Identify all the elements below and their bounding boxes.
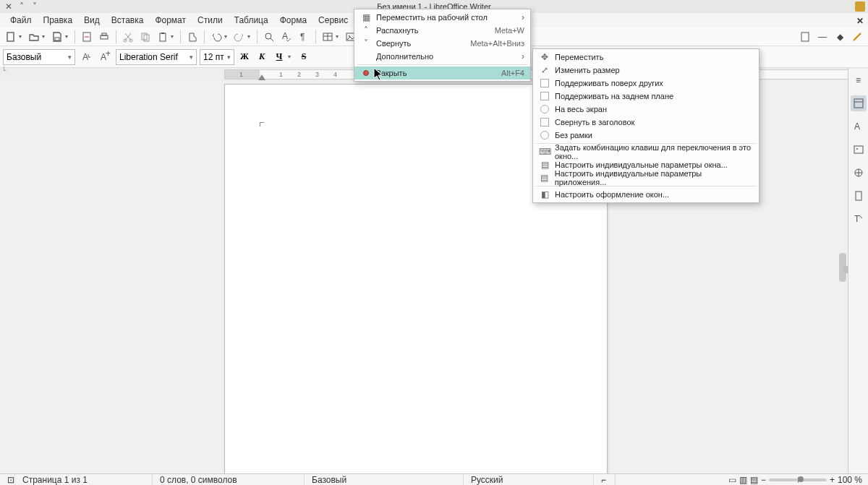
zoom-view-book-icon[interactable]: ▤ xyxy=(750,475,758,485)
svg-rect-3 xyxy=(101,35,108,39)
sidebar-gallery-icon[interactable] xyxy=(851,142,867,158)
zoom-in-button[interactable]: + xyxy=(830,475,835,485)
draw-icon[interactable] xyxy=(849,29,865,45)
cut-icon[interactable] xyxy=(120,29,136,45)
submenu-resize[interactable]: ⤢ Изменить размер xyxy=(533,64,759,77)
svg-text:A: A xyxy=(282,31,288,41)
app-indicator-icon[interactable] xyxy=(855,1,865,12)
menu-file[interactable]: Файл xyxy=(4,14,38,27)
resize-icon: ⤢ xyxy=(539,65,550,75)
ruler-mark: 1 xyxy=(279,71,283,78)
vertical-ruler-mark: └ xyxy=(1,66,10,72)
menu-table[interactable]: Таблица xyxy=(229,14,274,27)
sidebar-properties-icon[interactable] xyxy=(851,95,867,111)
zoom-slider[interactable] xyxy=(769,478,827,481)
menu-format[interactable]: Формат xyxy=(149,14,192,27)
window-close-icon[interactable]: ✕ xyxy=(4,2,13,11)
zoom-view-single-icon[interactable]: ▭ xyxy=(728,475,736,485)
menu-move-to-desktop[interactable]: ▦ Переместить на рабочий стол › xyxy=(354,11,530,24)
svg-text:+: + xyxy=(106,51,111,59)
menu-label: На весь экран xyxy=(555,105,607,113)
svg-text:A: A xyxy=(82,52,88,62)
status-page[interactable]: Страница 1 из 1 xyxy=(15,474,153,485)
undo-icon[interactable] xyxy=(208,29,224,45)
status-style[interactable]: Базовый xyxy=(305,474,464,485)
new-style-icon[interactable]: A+ xyxy=(97,49,113,65)
submenu-keep-below[interactable]: Поддерживать на заднем плане xyxy=(533,90,759,103)
close-document-button[interactable]: ✕ xyxy=(856,16,864,26)
insert-pagebreak-icon[interactable] xyxy=(797,29,813,45)
save-icon[interactable] xyxy=(49,29,65,45)
redo-icon[interactable] xyxy=(231,29,247,45)
submenu-app-settings[interactable]: ▤ Настроить индивидуальные параметры при… xyxy=(533,171,759,184)
menu-insert[interactable]: Вставка xyxy=(106,14,150,27)
copy-icon[interactable] xyxy=(137,29,153,45)
submenu-noborder[interactable]: Без рамки xyxy=(533,129,759,142)
menu-unmaximize[interactable]: ˄ Распахнуть Meta+W xyxy=(354,24,530,37)
submenu-set-shortcut[interactable]: ⌨ Задать комбинацию клавиш для переключе… xyxy=(533,145,759,158)
spellcheck-icon[interactable]: A xyxy=(278,29,294,45)
menu-close-window[interactable]: Закрыть Alt+F4 xyxy=(354,66,530,80)
clone-format-icon[interactable] xyxy=(184,29,200,45)
menu-form[interactable]: Форма xyxy=(274,14,312,27)
menu-separator xyxy=(357,64,527,65)
sidebar-navigator-icon[interactable] xyxy=(851,165,867,181)
find-icon[interactable] xyxy=(261,29,277,45)
strike-button[interactable]: S xyxy=(297,50,311,64)
menu-more[interactable]: Дополнительно › xyxy=(354,50,530,63)
settings-icon: ▤ xyxy=(539,160,550,170)
paragraph-style-combo[interactable]: Базовый ▾ xyxy=(3,49,75,65)
update-style-icon[interactable]: A xyxy=(78,49,94,65)
menu-label: Свернуть xyxy=(376,39,411,48)
font-size-combo[interactable]: 12 пт ▾ xyxy=(200,49,234,65)
window-maximize-icon[interactable]: ˄ xyxy=(17,2,26,11)
paste-icon[interactable] xyxy=(155,29,171,45)
submenu-move[interactable]: ✥ Переместить xyxy=(533,51,759,64)
insert-table-icon[interactable] xyxy=(320,29,336,45)
ruler-indent-marker[interactable] xyxy=(258,74,265,80)
submenu-shade[interactable]: Свернуть в заголовок xyxy=(533,116,759,129)
menu-label: Поддерживать поверх других xyxy=(555,79,663,87)
font-name-value: Liberation Serif xyxy=(119,52,178,62)
menu-shortcut: Meta+W xyxy=(495,26,524,35)
sidebar-menu-icon[interactable]: ≡ xyxy=(851,72,867,88)
sidebar-page-icon[interactable] xyxy=(851,188,867,204)
font-name-combo[interactable]: Liberation Serif ▾ xyxy=(116,49,197,65)
nonprinting-icon[interactable]: ¶ xyxy=(296,29,312,45)
menu-tools[interactable]: Сервис xyxy=(312,14,354,27)
submenu-fullscreen[interactable]: На весь экран xyxy=(533,103,759,116)
radio-icon xyxy=(539,105,550,113)
window-minimize-icon[interactable]: ˅ xyxy=(30,2,39,11)
submenu-configure-decorations[interactable]: ◧ Настроить оформление окон... xyxy=(533,188,759,201)
menu-minimize[interactable]: ˅ Свернуть Meta+Alt+Вниз xyxy=(354,37,530,50)
italic-button[interactable]: К xyxy=(255,50,269,64)
shapes-icon[interactable]: ◆ xyxy=(832,29,848,45)
submenu-keep-above[interactable]: Поддерживать поверх других xyxy=(533,77,759,90)
print-icon[interactable] xyxy=(96,29,112,45)
menu-shortcut: Alt+F4 xyxy=(501,69,524,77)
open-icon[interactable] xyxy=(26,29,42,45)
close-red-icon xyxy=(360,70,372,76)
underline-button[interactable]: Ч xyxy=(272,50,286,64)
line-icon[interactable]: — xyxy=(814,29,830,45)
status-insert-mode[interactable]: ⌐ xyxy=(594,474,616,485)
menu-label: Настроить оформление окон... xyxy=(555,190,669,199)
status-language[interactable]: Русский xyxy=(464,474,594,485)
menu-styles[interactable]: Стили xyxy=(192,14,229,27)
text-cursor xyxy=(260,119,265,125)
sidebar-styles-icon[interactable]: A xyxy=(851,119,867,134)
new-doc-icon[interactable] xyxy=(3,29,19,45)
export-pdf-icon[interactable] xyxy=(79,29,95,45)
menu-edit[interactable]: Правка xyxy=(38,14,79,27)
menu-view[interactable]: Вид xyxy=(78,14,106,27)
ruler-mark: 1 xyxy=(239,71,243,78)
sidebar-inspect-icon[interactable]: T xyxy=(851,211,867,227)
svg-point-11 xyxy=(265,33,271,39)
status-wordcount[interactable]: 0 слов, 0 символов xyxy=(153,474,305,485)
zoom-out-button[interactable]: − xyxy=(761,475,766,485)
menu-label: Изменить размер xyxy=(555,66,620,74)
zoom-value[interactable]: 100 % xyxy=(838,475,862,485)
status-save-icon[interactable]: ⊡ xyxy=(0,474,15,485)
zoom-view-multi-icon[interactable]: ▥ xyxy=(739,475,747,485)
bold-button[interactable]: Ж xyxy=(237,50,252,64)
